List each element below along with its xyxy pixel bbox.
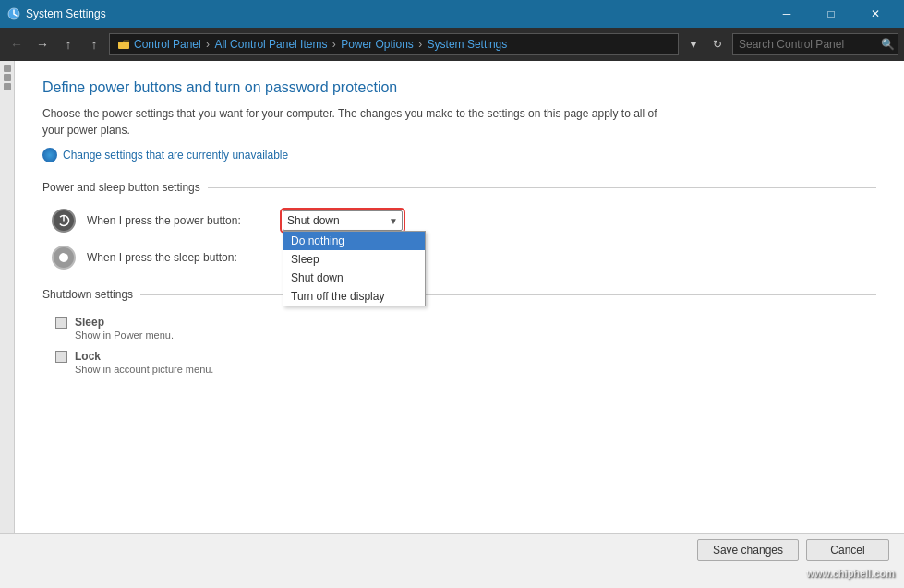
power-svg — [57, 214, 70, 227]
lock-checkbox[interactable] — [55, 351, 67, 363]
change-settings-text: Change settings that are currently unava… — [63, 149, 288, 162]
sleep-button-label: When I press the sleep button: — [87, 251, 271, 264]
maximize-button[interactable]: □ — [810, 0, 852, 28]
power-sleep-label: Power and sleep button settings — [42, 181, 200, 194]
title-bar: System Settings ─ □ ✕ — [0, 0, 904, 28]
folder-icon — [117, 38, 130, 51]
strip-dot-3 — [4, 83, 11, 90]
breadcrumb-link-all[interactable]: All Control Panel Items — [214, 38, 327, 51]
breadcrumb-sep3: › — [418, 38, 425, 51]
address-bar: ← → ↑ ↑ Control Panel › All Control Pane… — [0, 28, 904, 61]
lock-label-group: Lock Show in account picture menu. — [75, 350, 213, 375]
refresh-button[interactable]: ↻ — [706, 33, 729, 55]
content-area: Define power buttons and turn on passwor… — [15, 61, 904, 533]
forward-button[interactable]: → — [31, 33, 54, 55]
search-input[interactable] — [739, 38, 877, 51]
close-button[interactable]: ✕ — [854, 0, 897, 28]
shutdown-section-header: Shutdown settings — [42, 288, 876, 301]
globe-icon — [42, 148, 57, 162]
watermark: www.chiphell.com — [806, 568, 895, 579]
search-icon[interactable]: 🔍 — [881, 38, 895, 51]
breadcrumb-link-power[interactable]: Power Options — [341, 38, 414, 51]
address-actions: ▼ ↻ — [682, 33, 729, 55]
dropdown-arrow-button[interactable]: ▼ — [682, 33, 705, 55]
sleep-checkbox[interactable] — [55, 317, 67, 329]
change-settings-link[interactable]: Change settings that are currently unava… — [42, 148, 876, 162]
power-button-dropdown[interactable]: Shut down ▼ — [283, 210, 403, 231]
dropdown-option-sleep[interactable]: Sleep — [283, 250, 425, 269]
power-sleep-section-header: Power and sleep button settings — [42, 181, 876, 194]
app-icon — [7, 7, 20, 20]
title-controls: ─ □ ✕ — [765, 0, 897, 28]
breadcrumb-sep1: › — [206, 38, 212, 51]
page-title: Define power buttons and turn on passwor… — [42, 79, 876, 96]
address-text: Control Panel › All Control Panel Items … — [134, 38, 507, 51]
sleep-checkbox-row: Sleep Show in Power menu. — [42, 316, 876, 341]
page-description: Choose the power settings that you want … — [42, 105, 670, 138]
sleep-label-group: Sleep Show in Power menu. — [75, 316, 174, 341]
back-button[interactable]: ← — [6, 33, 28, 55]
up-button[interactable]: ↑ — [57, 33, 79, 55]
breadcrumb-link-sys[interactable]: System Settings — [428, 38, 508, 51]
title-bar-left: System Settings — [7, 7, 106, 20]
power-button-label: When I press the power button: — [87, 214, 271, 227]
sleep-svg — [57, 251, 70, 264]
save-changes-button[interactable]: Save changes — [697, 539, 799, 561]
left-strip — [0, 61, 15, 533]
up2-button[interactable]: ↑ — [83, 33, 105, 55]
cancel-button[interactable]: Cancel — [806, 539, 889, 561]
sleep-checkbox-sublabel: Show in Power menu. — [75, 330, 174, 341]
sleep-checkbox-container — [55, 316, 67, 329]
dropdown-current-value: Shut down — [287, 214, 340, 227]
main-layout: Define power buttons and turn on passwor… — [0, 61, 904, 533]
sleep-checkbox-label: Sleep — [75, 316, 174, 329]
dropdown-arrow-icon: ▼ — [389, 216, 398, 226]
strip-dot-2 — [4, 74, 11, 81]
shutdown-label: Shutdown settings — [42, 288, 133, 301]
power-button-dropdown-wrapper: Shut down ▼ Do nothing Sleep Shut down T… — [283, 210, 403, 231]
minimize-button[interactable]: ─ — [765, 0, 808, 28]
shutdown-section: Shutdown settings Sleep Show in Power me… — [42, 288, 876, 375]
title-text: System Settings — [26, 7, 106, 20]
lock-checkbox-sublabel: Show in account picture menu. — [75, 364, 213, 375]
breadcrumb-link-cp[interactable]: Control Panel — [134, 38, 201, 51]
lock-checkbox-label: Lock — [75, 350, 213, 363]
power-button-icon — [52, 209, 76, 233]
sleep-button-row: When I press the sleep button: — [42, 246, 876, 270]
lock-checkbox-container — [55, 350, 67, 363]
sleep-button-icon — [52, 246, 76, 270]
strip-dot-1 — [4, 65, 11, 72]
search-box[interactable]: 🔍 — [732, 33, 898, 55]
dropdown-option-turnoff[interactable]: Turn off the display — [283, 287, 425, 306]
breadcrumb-sep2: › — [332, 38, 339, 51]
power-button-row: When I press the power button: Shut down… — [42, 209, 876, 233]
dropdown-option-shutdown[interactable]: Shut down — [283, 269, 425, 287]
dropdown-menu: Do nothing Sleep Shut down Turn off the … — [283, 231, 426, 306]
footer-bar: Save changes Cancel — [0, 533, 904, 566]
dropdown-option-donothing[interactable]: Do nothing — [283, 232, 425, 250]
address-field[interactable]: Control Panel › All Control Panel Items … — [109, 33, 679, 55]
lock-checkbox-row: Lock Show in account picture menu. — [42, 350, 876, 375]
